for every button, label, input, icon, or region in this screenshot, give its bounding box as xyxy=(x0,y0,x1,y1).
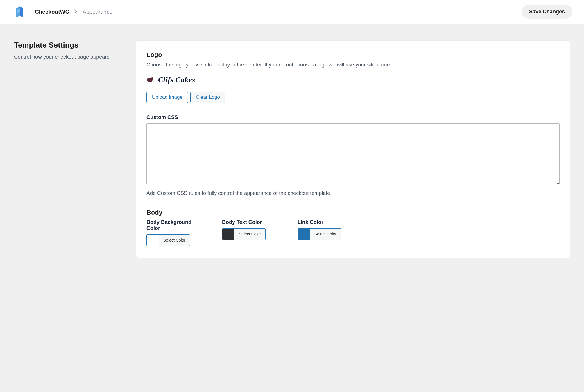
breadcrumb-root[interactable]: CheckoutWC xyxy=(35,9,69,15)
logo-section-desc: Choose the logo you wish to display in t… xyxy=(146,61,560,69)
upload-image-button[interactable]: Upload image xyxy=(146,92,188,103)
body-bg-color-label: Body Background Color xyxy=(146,219,205,231)
save-button[interactable]: Save Changes xyxy=(522,5,572,19)
page-description: Control how your checkout page appears. xyxy=(14,53,124,61)
logo-button-row: Upload image Clear Logo xyxy=(146,92,560,103)
color-swatch-icon xyxy=(147,235,159,246)
logo-preview-text: Clifs Cakes xyxy=(158,75,195,84)
app-header: CheckoutWC Appearance Save Changes xyxy=(0,0,584,24)
app-logo-icon xyxy=(15,5,26,19)
select-color-button[interactable]: Select Color xyxy=(310,229,341,240)
color-swatch-icon xyxy=(298,229,310,240)
logo-preview: Clifs Cakes xyxy=(146,75,560,84)
select-color-button[interactable]: Select Color xyxy=(159,235,190,246)
breadcrumb: CheckoutWC Appearance xyxy=(35,9,112,15)
link-color-picker[interactable]: Select Color xyxy=(298,228,341,240)
main-content: Template Settings Control how your check… xyxy=(0,24,584,274)
color-swatch-icon xyxy=(222,229,234,240)
logo-section-title: Logo xyxy=(146,51,560,59)
logo-mark-icon xyxy=(146,76,154,84)
body-section-title: Body xyxy=(146,209,560,216)
link-color-col: Link Color Select Color xyxy=(298,219,356,246)
chevron-right-icon xyxy=(74,9,77,14)
body-bg-color-picker[interactable]: Select Color xyxy=(146,234,190,246)
side-panel: Template Settings Control how your check… xyxy=(14,41,124,258)
settings-card: Logo Choose the logo you wish to display… xyxy=(136,41,570,258)
page-title: Template Settings xyxy=(14,41,124,50)
custom-css-help: Add Custom CSS rules to fully control th… xyxy=(146,189,560,197)
custom-css-label: Custom CSS xyxy=(146,114,560,121)
custom-css-textarea[interactable] xyxy=(146,123,560,184)
breadcrumb-current: Appearance xyxy=(83,9,112,15)
link-color-label: Link Color xyxy=(298,219,356,225)
body-text-color-label: Body Text Color xyxy=(222,219,280,225)
body-text-color-col: Body Text Color Select Color xyxy=(222,219,280,246)
header-left: CheckoutWC Appearance xyxy=(15,5,112,19)
color-row: Body Background Color Select Color Body … xyxy=(146,219,560,246)
clear-logo-button[interactable]: Clear Logo xyxy=(190,92,225,103)
select-color-button[interactable]: Select Color xyxy=(234,229,265,240)
body-text-color-picker[interactable]: Select Color xyxy=(222,228,266,240)
body-bg-color-col: Body Background Color Select Color xyxy=(146,219,205,246)
